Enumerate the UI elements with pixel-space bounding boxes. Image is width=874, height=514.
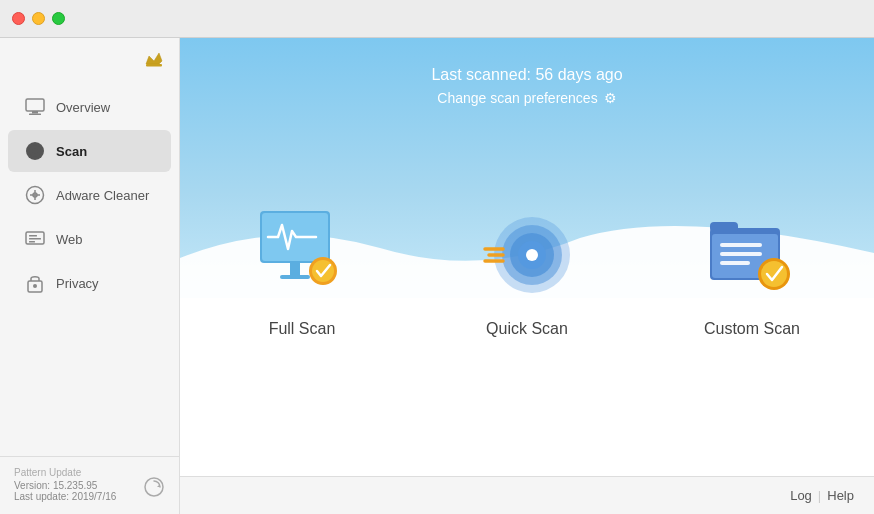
traffic-lights bbox=[12, 12, 65, 25]
gear-icon[interactable]: ⚙ bbox=[604, 90, 617, 106]
bottom-bar: Log | Help bbox=[180, 476, 874, 514]
adware-icon bbox=[24, 184, 46, 206]
full-scan-icon-wrap bbox=[247, 198, 357, 308]
change-prefs-button[interactable]: Change scan preferences ⚙ bbox=[431, 90, 622, 106]
svg-point-6 bbox=[32, 148, 38, 154]
refresh-icon bbox=[143, 476, 165, 498]
last-scanned-text: Last scanned: 56 days ago bbox=[431, 66, 622, 84]
custom-scan-option[interactable]: Custom Scan bbox=[640, 188, 865, 358]
full-scan-option[interactable]: Full Scan bbox=[190, 188, 415, 358]
svg-rect-2 bbox=[32, 111, 38, 114]
nav-items: Overview Scan bbox=[0, 76, 179, 456]
bottom-bar-divider: | bbox=[818, 488, 821, 503]
custom-scan-icon-wrap bbox=[697, 198, 807, 308]
sidebar-item-overview[interactable]: Overview bbox=[8, 86, 171, 128]
sidebar-item-scan[interactable]: Scan bbox=[8, 130, 171, 172]
full-scan-icon bbox=[250, 203, 355, 303]
minimize-button[interactable] bbox=[32, 12, 45, 25]
log-button[interactable]: Log bbox=[790, 488, 812, 503]
pattern-date: Last update: 2019/7/16 bbox=[14, 491, 116, 502]
quick-scan-icon-wrap bbox=[472, 198, 582, 308]
svg-point-16 bbox=[33, 284, 37, 288]
svg-rect-12 bbox=[29, 235, 37, 237]
content-area: Last scanned: 56 days ago Change scan pr… bbox=[180, 38, 874, 514]
help-button[interactable]: Help bbox=[827, 488, 854, 503]
scan-options-row: Full Scan bbox=[180, 188, 874, 358]
svg-rect-22 bbox=[280, 275, 310, 279]
overview-icon bbox=[24, 96, 46, 118]
quick-scan-label: Quick Scan bbox=[486, 320, 568, 338]
sidebar-footer: Pattern Update Version: 15.235.95 Last u… bbox=[0, 456, 179, 514]
scan-icon bbox=[24, 140, 46, 162]
sidebar-item-adware-label: Adware Cleaner bbox=[56, 188, 149, 203]
sidebar-item-scan-label: Scan bbox=[56, 144, 87, 159]
titlebar bbox=[0, 0, 874, 38]
sidebar-item-web[interactable]: Web bbox=[8, 218, 171, 260]
svg-rect-36 bbox=[720, 243, 762, 247]
svg-rect-13 bbox=[29, 238, 41, 240]
sidebar: Overview Scan bbox=[0, 38, 180, 514]
svg-rect-1 bbox=[26, 99, 44, 111]
svg-point-40 bbox=[761, 261, 787, 287]
svg-rect-3 bbox=[29, 114, 41, 116]
full-scan-label: Full Scan bbox=[269, 320, 336, 338]
scan-hero: Last scanned: 56 days ago Change scan pr… bbox=[180, 38, 874, 298]
change-prefs-label: Change scan preferences bbox=[437, 90, 597, 106]
svg-rect-21 bbox=[290, 263, 300, 275]
custom-scan-icon bbox=[702, 206, 802, 301]
quick-scan-icon bbox=[477, 203, 577, 303]
pattern-info: Pattern Update Version: 15.235.95 Last u… bbox=[14, 467, 116, 502]
svg-rect-34 bbox=[710, 222, 738, 232]
pattern-version: Version: 15.235.95 bbox=[14, 480, 116, 491]
privacy-icon bbox=[24, 272, 46, 294]
sidebar-item-web-label: Web bbox=[56, 232, 83, 247]
scan-info: Last scanned: 56 days ago Change scan pr… bbox=[431, 66, 622, 106]
svg-point-29 bbox=[526, 249, 538, 261]
sidebar-item-privacy[interactable]: Privacy bbox=[8, 262, 171, 304]
svg-marker-18 bbox=[157, 484, 160, 487]
svg-rect-38 bbox=[720, 261, 750, 265]
svg-point-24 bbox=[312, 260, 334, 282]
sidebar-item-privacy-label: Privacy bbox=[56, 276, 99, 291]
custom-scan-label: Custom Scan bbox=[704, 320, 800, 338]
footer-refresh-row: Pattern Update Version: 15.235.95 Last u… bbox=[14, 467, 165, 502]
close-button[interactable] bbox=[12, 12, 25, 25]
svg-rect-0 bbox=[146, 64, 162, 67]
main-layout: Overview Scan bbox=[0, 38, 874, 514]
refresh-button[interactable] bbox=[143, 476, 165, 502]
svg-rect-37 bbox=[720, 252, 762, 256]
quick-scan-option[interactable]: Quick Scan bbox=[415, 188, 640, 358]
svg-rect-14 bbox=[29, 241, 35, 243]
crown-icon bbox=[143, 48, 165, 70]
sidebar-crown bbox=[0, 38, 179, 76]
pattern-update-label: Pattern Update bbox=[14, 467, 116, 478]
sidebar-item-overview-label: Overview bbox=[56, 100, 110, 115]
sidebar-item-adware[interactable]: Adware Cleaner bbox=[8, 174, 171, 216]
web-icon bbox=[24, 228, 46, 250]
maximize-button[interactable] bbox=[52, 12, 65, 25]
